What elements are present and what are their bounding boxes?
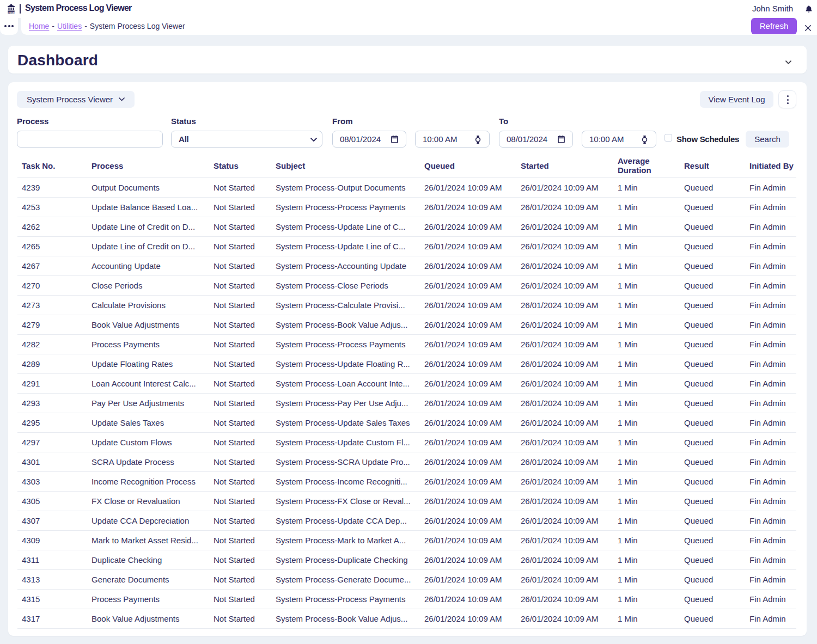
- svg-text:BANKO: BANKO: [8, 12, 15, 14]
